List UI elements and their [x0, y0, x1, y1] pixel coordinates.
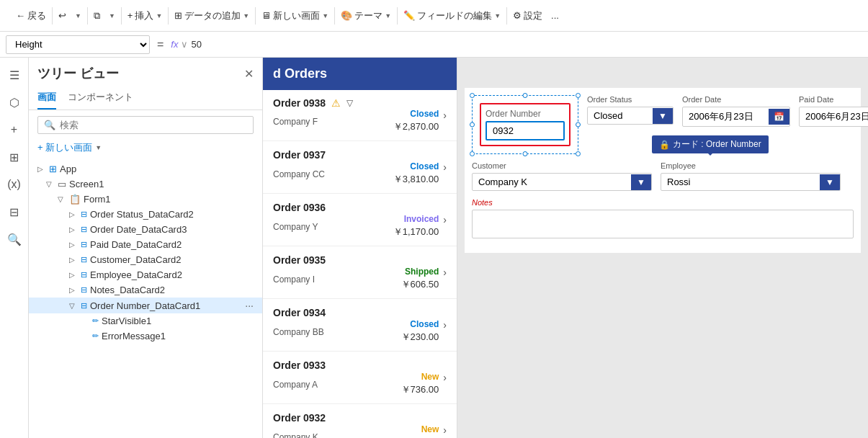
sidebar-item-datacard-orderstatus[interactable]: ▷ ⊟ Order Status_DataCard2: [29, 207, 262, 222]
employee-select[interactable]: Rossi ▼: [661, 173, 841, 191]
sidebar-title: ツリー ビュー: [37, 65, 119, 82]
field-selector[interactable]: Height: [6, 35, 150, 54]
search-input[interactable]: [60, 120, 247, 130]
fx-label[interactable]: fx: [171, 39, 178, 50]
add-data-button[interactable]: ⊞ データの追加 ▼: [170, 7, 254, 24]
sidebar-tabs: 画面 コンポーネント: [29, 86, 262, 110]
insert-button[interactable]: + 挿入 ▼: [123, 7, 167, 24]
sidebar-item-form1[interactable]: ▽ 📋 Form1: [29, 192, 262, 207]
order-item-info-0937: Order 0937 Company CC Closed ￥3,810.00: [273, 148, 439, 186]
settings-icon: ⚙: [513, 10, 522, 21]
components-button[interactable]: ⊟: [3, 200, 26, 223]
amount-0936: ￥1,170.00: [393, 225, 439, 238]
copy-button[interactable]: ⧉: [89, 8, 104, 24]
order-number-input[interactable]: [486, 121, 565, 140]
sidebar-item-datacard-ordernumber[interactable]: ▽ ⊟ Order Number_DataCard1 ···: [29, 298, 262, 313]
sep3: [121, 7, 122, 24]
new-screen-button[interactable]: 🖥 新しい画面 ▼: [257, 7, 333, 24]
more-options-icon[interactable]: ···: [245, 300, 254, 311]
order-status-select[interactable]: Closed ▼: [587, 107, 674, 125]
expand-icon-dc3: ▷: [69, 241, 81, 249]
tab-screen[interactable]: 画面: [37, 86, 56, 110]
order-item-0937[interactable]: Order 0937 Company CC Closed ￥3,810.00 ›: [263, 141, 457, 194]
order-item-0936[interactable]: Order 0936 Company Y Invoiced ￥1,170.00 …: [263, 194, 457, 246]
new-screen-arrow: ▼: [322, 12, 328, 19]
order-date-picker[interactable]: 2006年6月23日 📅: [682, 107, 790, 127]
order-item-0933[interactable]: Order 0933 Company A New ￥736.00 ›: [263, 352, 457, 404]
order-title-0936: Order 0936: [273, 202, 326, 213]
edit-fields-button[interactable]: ✏️ フィールドの編集 ▼: [399, 7, 505, 24]
theme-button[interactable]: 🎨 テーマ ▼: [336, 7, 395, 24]
order-item-0935[interactable]: Order 0935 Company I Shipped ￥606.50 ›: [263, 246, 457, 299]
variables-button[interactable]: (x): [3, 173, 26, 196]
sidebar-item-screen1-label: Screen1: [69, 179, 254, 189]
order-item-info-0932: Order 0932 Company K New ￥800.00: [273, 411, 439, 438]
sidebar-item-screen1[interactable]: ▽ ▭ Screen1: [29, 176, 262, 192]
copy-dropdown[interactable]: ▼: [104, 10, 120, 22]
amount-0938: ￥2,870.00: [393, 120, 439, 133]
sidebar-item-datacard-employee[interactable]: ▷ ⊟ Employee_DataCard2: [29, 267, 262, 282]
order-item-0932[interactable]: Order 0932 Company K New ￥800.00 ›: [263, 404, 457, 438]
order-item-info-0938: Order 0938 ⚠ ▽ Company F Closed ￥2,870.0…: [273, 97, 439, 133]
order-status-field: Order Status Closed ▼: [587, 95, 674, 125]
search-button[interactable]: 🔍: [3, 228, 26, 251]
new-screen-link[interactable]: + 新しい画面 ▼: [37, 141, 254, 154]
order-status-arrow[interactable]: ▼: [653, 108, 673, 124]
hamburger-button[interactable]: ☰: [3, 63, 26, 86]
order-date-field: Order Date 2006年6月23日 📅: [682, 95, 790, 127]
customer-select[interactable]: Company K ▼: [472, 173, 652, 191]
formula-value[interactable]: 50: [191, 39, 201, 50]
sidebar-item-datacard-paiddate[interactable]: ▷ ⊟ Paid Date_DataCard2: [29, 237, 262, 252]
add-data-label: データの追加: [184, 9, 241, 22]
sep2: [87, 7, 88, 24]
order-number-selection-box: Order Number: [472, 95, 578, 154]
expand-icon-form1: ▽: [58, 195, 69, 203]
undo-dropdown[interactable]: ▼: [71, 10, 86, 22]
tab-component[interactable]: コンポーネント: [68, 86, 133, 110]
chevron-0937: ›: [443, 161, 447, 173]
theme-arrow: ▼: [385, 12, 391, 19]
icon-strip: ☰ ⬡ + ⊞ (x) ⊟ 🔍: [0, 58, 29, 438]
add-data-icon: ⊞: [174, 10, 182, 21]
status-0937: Closed: [393, 161, 439, 171]
sidebar-item-datacard-notes[interactable]: ▷ ⊟ Notes_DataCard2: [29, 282, 262, 298]
order-item-0934[interactable]: Order 0934 Company BB Closed ￥230.00 ›: [263, 299, 457, 352]
order-title-0937: Order 0937: [273, 149, 326, 161]
customer-arrow[interactable]: ▼: [631, 174, 651, 190]
company-0934: Company BB: [273, 327, 324, 337]
datacard-icon4: ⊟: [81, 255, 87, 264]
order-date-calendar-icon[interactable]: 📅: [769, 109, 789, 125]
sidebar-item-app[interactable]: ▷ ⊞ App: [29, 161, 262, 176]
settings-button[interactable]: ⚙ 設定: [509, 7, 547, 24]
add-control-button[interactable]: +: [3, 118, 26, 141]
form-icon: 📋: [69, 194, 81, 205]
sidebar-close-button[interactable]: ✕: [244, 67, 254, 81]
error-icon: ✏: [92, 331, 99, 341]
datacard-icon2: ⊟: [81, 225, 87, 234]
screen-icon: ▭: [58, 179, 66, 189]
company-0936: Company Y: [273, 222, 318, 232]
order-item-0938[interactable]: Order 0938 ⚠ ▽ Company F Closed ￥2,870.0…: [263, 90, 457, 141]
sidebar-item-datacard-orderdate[interactable]: ▷ ⊟ Order Date_DataCard3: [29, 222, 262, 237]
more-button[interactable]: ...: [547, 8, 563, 23]
sep6: [334, 7, 335, 24]
datacard-icon: ⊟: [81, 210, 87, 219]
employee-value: Rossi: [661, 174, 820, 190]
sidebar: ツリー ビュー ✕ 画面 コンポーネント 🔍 + 新しい画面 ▼ ▷ ⊞ App…: [29, 58, 263, 438]
undo-button[interactable]: ↩: [54, 8, 71, 23]
back-button[interactable]: ← 戻る: [12, 7, 50, 24]
sidebar-item-starvisible1[interactable]: ▷ ✏ StarVisible1: [29, 313, 262, 328]
order-item-info-0933: Order 0933 Company A New ￥736.00: [273, 359, 439, 396]
sidebar-item-errormessage1[interactable]: ▷ ✏ ErrorMessage1: [29, 328, 262, 344]
order-number-label: Order Number: [486, 109, 565, 119]
order-date-label: Order Date: [682, 95, 790, 104]
sidebar-item-datacard-customer[interactable]: ▷ ⊟ Customer_DataCard2: [29, 252, 262, 267]
paid-date-picker[interactable]: 2006年6月23日 📅: [799, 107, 868, 127]
notes-input[interactable]: [472, 210, 854, 238]
employee-arrow[interactable]: ▼: [820, 174, 840, 190]
status-0935: Shipped: [401, 267, 439, 277]
data-button[interactable]: ⊞: [3, 146, 26, 169]
datacard-icon6: ⊟: [81, 285, 87, 295]
layers-button[interactable]: ⬡: [3, 91, 26, 114]
datacard-icon7: ⊟: [81, 301, 87, 310]
